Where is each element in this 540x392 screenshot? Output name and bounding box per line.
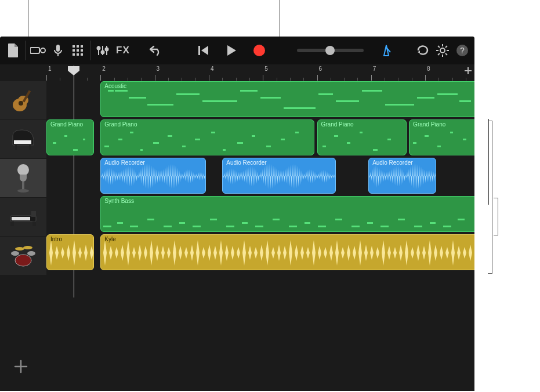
svg-rect-122 bbox=[443, 226, 451, 227]
svg-point-49 bbox=[15, 255, 31, 266]
metronome-button[interactable] bbox=[376, 41, 396, 60]
volume-thumb[interactable] bbox=[325, 46, 335, 55]
svg-rect-70 bbox=[53, 142, 56, 144]
ruler[interactable]: 12345678 bbox=[46, 66, 474, 81]
callout-line bbox=[28, 0, 28, 37]
fx-button[interactable]: FX bbox=[113, 41, 133, 60]
region[interactable]: Grand Piano bbox=[100, 119, 314, 155]
svg-rect-105 bbox=[179, 222, 185, 224]
region[interactable]: Grand Piano bbox=[317, 119, 407, 155]
svg-rect-68 bbox=[437, 93, 458, 95]
region[interactable]: Kyle bbox=[100, 234, 474, 270]
svg-rect-64 bbox=[336, 100, 359, 102]
track-header-grand-piano[interactable] bbox=[0, 120, 46, 159]
svg-rect-91 bbox=[346, 142, 350, 144]
microphone-icon bbox=[10, 163, 36, 193]
region[interactable]: Grand Piano bbox=[46, 119, 94, 155]
add-section-button[interactable] bbox=[463, 66, 473, 76]
fx-label: FX bbox=[116, 45, 130, 56]
region[interactable]: Acoustic bbox=[100, 81, 474, 117]
region[interactable]: Audio Recorder bbox=[222, 158, 336, 194]
svg-rect-103 bbox=[147, 219, 154, 220]
region-label: Grand Piano bbox=[321, 121, 354, 128]
svg-rect-115 bbox=[335, 219, 342, 220]
svg-rect-123 bbox=[458, 219, 465, 220]
svg-rect-66 bbox=[385, 104, 414, 106]
settings-button[interactable] bbox=[433, 41, 452, 60]
bar-number: 1 bbox=[48, 66, 52, 72]
svg-rect-81 bbox=[195, 139, 200, 140]
svg-rect-58 bbox=[176, 93, 200, 95]
track-lane-acoustic-guitar[interactable]: Acoustic bbox=[46, 81, 474, 117]
svg-rect-75 bbox=[118, 139, 122, 140]
record-button[interactable] bbox=[249, 41, 269, 60]
svg-point-50 bbox=[11, 251, 19, 256]
svg-rect-9 bbox=[77, 49, 79, 52]
svg-rect-7 bbox=[81, 45, 83, 48]
svg-rect-85 bbox=[252, 135, 255, 137]
track-header-microphone[interactable] bbox=[0, 159, 46, 198]
view-button[interactable] bbox=[68, 41, 88, 60]
play-button[interactable] bbox=[222, 41, 241, 60]
help-button[interactable]: ? bbox=[452, 41, 472, 60]
tracks-area[interactable]: AcousticGrand PianoGrand PianoGrand Pian… bbox=[46, 81, 474, 273]
svg-rect-106 bbox=[193, 226, 201, 227]
svg-rect-11 bbox=[73, 53, 75, 56]
track-controls-button[interactable] bbox=[93, 41, 113, 60]
region[interactable]: Audio Recorder bbox=[100, 158, 206, 194]
add-track-button[interactable] bbox=[13, 358, 29, 377]
svg-point-41 bbox=[17, 164, 29, 176]
loop-browser-button[interactable] bbox=[413, 41, 433, 60]
svg-point-23 bbox=[440, 48, 445, 53]
track-header-column bbox=[0, 81, 46, 275]
bar-number: 2 bbox=[102, 66, 106, 72]
bar-number: 3 bbox=[157, 66, 160, 72]
master-volume-slider[interactable] bbox=[297, 49, 364, 52]
track-header-acoustic-guitar[interactable] bbox=[0, 81, 46, 120]
svg-rect-45 bbox=[12, 217, 30, 220]
svg-rect-88 bbox=[295, 132, 299, 133]
svg-rect-102 bbox=[130, 226, 138, 227]
region[interactable]: Audio Recorder bbox=[368, 158, 436, 194]
go-to-start-button[interactable] bbox=[194, 41, 213, 60]
track-lane-grand-piano[interactable]: Grand PianoGrand PianoGrand PianoGrand P… bbox=[46, 119, 474, 155]
track-header-drums[interactable] bbox=[0, 237, 46, 275]
svg-rect-20 bbox=[198, 46, 200, 55]
svg-point-51 bbox=[27, 251, 35, 256]
track-header-synth-bass[interactable] bbox=[0, 198, 46, 237]
svg-rect-119 bbox=[398, 219, 405, 220]
svg-point-52 bbox=[15, 247, 24, 251]
region-label: Audio Recorder bbox=[104, 159, 144, 166]
control-bar: FX bbox=[0, 37, 474, 64]
region-label: Acoustic bbox=[104, 83, 126, 89]
region[interactable]: Synth Bass bbox=[100, 196, 474, 232]
region[interactable]: Grand Piano bbox=[409, 119, 474, 155]
svg-rect-42 bbox=[22, 182, 24, 190]
svg-rect-96 bbox=[425, 135, 429, 137]
region-label: Grand Piano bbox=[104, 121, 137, 128]
svg-rect-61 bbox=[260, 97, 281, 99]
my-songs-button[interactable] bbox=[3, 41, 23, 60]
grand-piano-icon bbox=[9, 125, 37, 153]
browser-button[interactable] bbox=[28, 41, 48, 60]
svg-rect-57 bbox=[147, 104, 173, 106]
svg-rect-94 bbox=[387, 139, 390, 140]
track-lane-microphone[interactable]: Audio RecorderAudio RecorderAudio Record… bbox=[46, 158, 474, 194]
bar-number: 4 bbox=[211, 66, 214, 72]
svg-line-29 bbox=[445, 53, 447, 55]
mic-input-button[interactable] bbox=[48, 41, 68, 60]
undo-button[interactable] bbox=[146, 41, 166, 60]
svg-rect-46 bbox=[10, 222, 14, 226]
track-lane-synth-bass[interactable]: Synth Bass bbox=[46, 196, 474, 232]
playhead-handle[interactable] bbox=[67, 66, 80, 76]
callout-line bbox=[488, 119, 489, 205]
svg-rect-104 bbox=[164, 226, 172, 227]
svg-point-1 bbox=[41, 48, 45, 53]
svg-rect-3 bbox=[56, 45, 60, 52]
bar-number: 6 bbox=[319, 66, 322, 72]
svg-rect-108 bbox=[226, 226, 234, 227]
track-lane-drums[interactable]: IntroKyle bbox=[46, 234, 474, 270]
region[interactable]: Intro bbox=[46, 234, 94, 270]
svg-rect-59 bbox=[202, 100, 237, 102]
svg-rect-92 bbox=[359, 132, 362, 133]
